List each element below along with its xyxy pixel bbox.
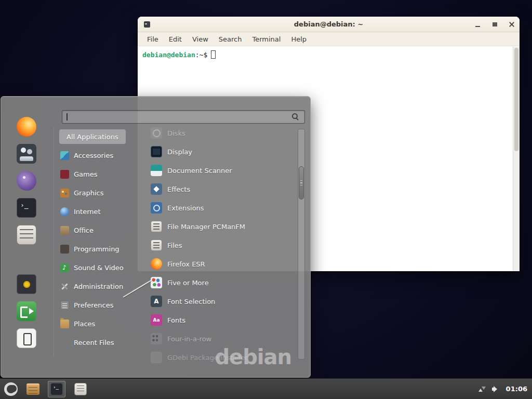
app-item[interactable]: Display (151, 142, 297, 161)
category-item[interactable]: Sound & Video (59, 258, 147, 277)
app-label: Firefox ESR (167, 260, 205, 268)
minimize-button[interactable] (474, 21, 481, 28)
maximize-button[interactable] (491, 21, 498, 28)
preferences-icon (60, 301, 69, 310)
menubar-item[interactable]: Search (214, 32, 247, 46)
category-label: Preferences (74, 301, 113, 309)
app-item[interactable]: Five or More (151, 273, 297, 292)
debian-watermark: debian (215, 345, 291, 369)
app-item[interactable]: Font Selection (151, 292, 297, 311)
menubar-item[interactable]: Terminal (247, 32, 286, 46)
logout-icon (17, 301, 36, 321)
close-button[interactable] (508, 21, 515, 28)
volume-icon[interactable] (492, 385, 500, 393)
games-icon (60, 170, 69, 179)
file-manager-icon (151, 221, 162, 232)
category-item[interactable]: All Applications (59, 129, 126, 144)
menubar-item[interactable]: File (142, 32, 164, 46)
category-item[interactable]: Games (59, 165, 147, 183)
firefox-icon (151, 258, 162, 270)
prompt-path: :~$ (195, 51, 207, 59)
desktop: debian@debian: ~ FileEditViewSearchTermi… (0, 0, 532, 399)
firefox-icon (17, 117, 36, 137)
category-item[interactable]: Office (59, 221, 147, 240)
menubar-item[interactable]: Edit (164, 32, 187, 46)
file-manager-icon (26, 383, 39, 395)
favorite-item[interactable] (7, 194, 46, 221)
session-button[interactable] (7, 325, 46, 352)
category-item[interactable]: Recent Files (59, 333, 147, 352)
applications-list: Disks Display Document Scanner Effects E… (151, 124, 297, 367)
files-icon (74, 383, 87, 395)
five-or-more-icon (151, 277, 162, 288)
terminal-scrollbar[interactable] (513, 47, 520, 271)
fonts-icon (151, 314, 162, 326)
session-button[interactable] (7, 271, 46, 298)
four-in-a-row-icon (151, 333, 162, 344)
files-taskbar-button[interactable] (72, 381, 89, 397)
terminal-scrollbar-thumb[interactable] (514, 48, 518, 151)
favorite-item[interactable] (7, 113, 46, 140)
favorite-item[interactable] (7, 221, 46, 248)
menu-scrollbar-thumb[interactable] (299, 166, 304, 200)
app-item[interactable]: Firefox ESR (151, 255, 297, 273)
search-box[interactable] (62, 110, 305, 124)
terminal-cursor (211, 50, 216, 59)
search-input[interactable] (62, 111, 304, 123)
search-icon (292, 113, 298, 119)
administration-icon (60, 282, 69, 291)
category-label: Accessories (74, 152, 113, 159)
terminal-menubar: FileEditViewSearchTerminalHelp (138, 32, 520, 46)
terminal-titlebar[interactable]: debian@debian: ~ (138, 17, 520, 32)
taskbar: 01:06 (0, 378, 532, 399)
clock[interactable]: 01:06 (506, 385, 527, 393)
category-label: Administration (74, 283, 123, 290)
app-label: Extensions (167, 204, 204, 212)
menubar-item[interactable]: Help (286, 32, 312, 46)
terminal-taskbar-button[interactable] (48, 381, 65, 397)
app-item[interactable]: Extensions (151, 198, 297, 217)
app-item[interactable]: Disks (151, 124, 297, 142)
terminal-icon (50, 383, 63, 395)
app-item[interactable]: Files (151, 236, 297, 255)
category-item[interactable]: Accessories (59, 146, 147, 165)
category-item[interactable]: Programming (59, 240, 147, 258)
app-label: Display (167, 148, 192, 156)
graphics-icon (60, 189, 69, 197)
category-item[interactable]: Places (59, 314, 147, 333)
gdebi-icon (151, 352, 162, 363)
network-icon[interactable] (478, 385, 486, 393)
menubar-item[interactable]: View (187, 32, 214, 46)
application-menu: All Applications Accessories Games Graph… (1, 96, 311, 378)
app-item[interactable]: Effects (151, 180, 297, 198)
terminal-title: debian@debian: ~ (138, 17, 520, 32)
favorite-item[interactable] (7, 140, 46, 167)
document-scanner-icon (151, 165, 162, 176)
category-item[interactable]: Administration (59, 277, 147, 296)
category-label: Internet (74, 208, 101, 216)
menu-button[interactable] (0, 379, 22, 399)
category-item[interactable]: Graphics (59, 183, 147, 202)
maximize-icon (493, 22, 497, 26)
file-manager-launcher[interactable] (24, 381, 42, 397)
session-button[interactable] (7, 298, 46, 325)
programming-icon (60, 245, 69, 254)
app-item[interactable]: Document Scanner (151, 161, 297, 180)
app-label: Five or More (167, 279, 209, 287)
pidgin-icon (17, 171, 36, 191)
app-item[interactable]: File Manager PCManFM (151, 217, 297, 236)
category-label: All Applications (66, 133, 118, 141)
app-label: Document Scanner (167, 167, 232, 175)
category-icon (60, 338, 69, 347)
app-label: Disks (167, 129, 185, 137)
terminal-icon (17, 198, 36, 218)
category-label: Games (74, 170, 97, 178)
favorite-item[interactable] (7, 167, 46, 194)
files-icon (151, 240, 162, 251)
menu-scrollbar[interactable] (298, 129, 305, 360)
app-item[interactable]: Fonts (151, 311, 297, 329)
disks-icon (151, 127, 162, 139)
window-controls (474, 17, 515, 32)
category-item[interactable]: Preferences (59, 296, 147, 314)
category-item[interactable]: Internet (59, 202, 147, 221)
